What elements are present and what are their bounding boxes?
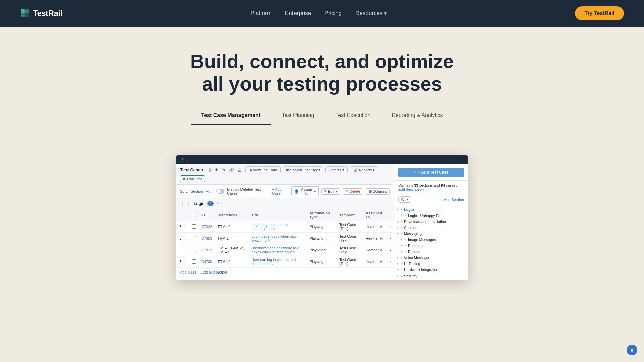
left-panel: Test Cases ⎘ ✚ ↻ 🔗 🖨 ◎ View Test Data ⊞ — [176, 164, 394, 280]
row-arrow[interactable]: › — [387, 233, 394, 244]
tree-item[interactable]: ▸ ▪ Voice Message — [394, 255, 468, 261]
col-automation: Automation Type — [307, 209, 337, 221]
defects-chevron-icon: ▾ — [342, 168, 344, 172]
nav-pricing[interactable]: Pricing — [324, 10, 342, 17]
tab-test-execution[interactable]: Test Execution — [325, 108, 381, 125]
screen-body: Test Cases ⎘ ✚ ↻ 🔗 🖨 ◎ View Test Data ⊞ — [176, 164, 468, 280]
defects-btn[interactable]: Defects ▾ — [325, 166, 347, 173]
edit-icon: ✎ — [324, 189, 327, 194]
edit-description-link[interactable]: Edit description — [398, 187, 424, 191]
sort-label: Sort: — [180, 189, 188, 193]
tree-item[interactable]: ▸ ▪ Reactions — [394, 243, 468, 249]
col-assigned: Assigned To — [363, 209, 387, 221]
tree-item-label: Security — [404, 274, 417, 278]
tab-test-case-management[interactable]: Test Case Management — [191, 108, 271, 125]
tree-item[interactable]: ▸ ▪ Image Messages — [394, 237, 468, 243]
row-refs: GMS-1, GMS-2, GMS-3 — [215, 244, 249, 256]
folder-icon: ▪ — [401, 232, 402, 236]
sort-section-link[interactable]: Section — [191, 189, 203, 193]
tree-arrow-icon: ▾ — [397, 208, 400, 211]
svg-rect-1 — [25, 9, 29, 13]
link-icon-btn[interactable]: 🔗 — [228, 167, 235, 173]
row-arrow[interactable]: › — [387, 256, 394, 268]
tree-item[interactable]: ▸ ▪ UI Testing — [394, 261, 468, 267]
panel-title: Test Cases — [180, 167, 203, 172]
logo[interactable]: TestRail — [20, 9, 62, 18]
tree-item[interactable]: ▸ ▪ Contacts — [394, 225, 468, 231]
tree-item-label: Messaging — [404, 232, 422, 236]
edit-chevron-icon: ▾ — [335, 189, 337, 194]
toolbar-icons: ⎘ ✚ ↻ 🔗 🖨 — [208, 167, 243, 173]
filter-bar: Sort: Section Filt... Display Deleted Te… — [176, 185, 394, 198]
try-testrail-button[interactable]: Try TestRail — [575, 6, 624, 20]
hero-heading: Build, connect, and optimize all your te… — [188, 50, 456, 95]
row-checkbox-0[interactable] — [192, 224, 196, 229]
run-test-btn[interactable]: ▶ Run Test — [180, 175, 205, 182]
row-checkbox-cell — [189, 221, 199, 233]
row-checkbox-cell — [189, 256, 199, 268]
tab-reporting-analytics[interactable]: Reporting & Analytics — [381, 108, 453, 125]
tree-item-label: Download and Installation — [404, 220, 446, 224]
copy-icon-btn[interactable]: ⎘ — [208, 167, 213, 173]
add-section-button[interactable]: + Add Section — [441, 198, 464, 202]
row-automation: Playwright — [307, 256, 337, 268]
table-row: ⋮⋮ C7322 TRM-42 Login page loads from ho… — [176, 221, 394, 233]
row-checkbox-1[interactable] — [192, 236, 196, 240]
tree-arrow-icon: ▸ — [397, 256, 400, 259]
section-edit-icon[interactable]: ✎ — [216, 201, 219, 206]
assign-to-btn[interactable]: 👤 Assign To ▾ — [291, 186, 318, 196]
filter-label[interactable]: Filt... — [206, 189, 214, 193]
reports-btn[interactable]: 📊 Reports ▾ — [350, 166, 378, 173]
folder-icon: ▪ — [401, 262, 402, 266]
navbar: TestRail Platform Enterprise Pricing Res… — [0, 0, 644, 27]
tree-item[interactable]: ▸ ▪ Download and Installation — [394, 219, 468, 225]
tree-item-label: Hardware Integration — [404, 268, 438, 272]
tree-item[interactable]: ▸ ▪ Login - Unhappy Path — [394, 213, 468, 219]
shared-test-steps-btn[interactable]: ⊞ Shared Test Steps — [283, 166, 324, 173]
nav-enterprise[interactable]: Enterprise — [285, 10, 311, 17]
refresh-icon-btn[interactable]: ↻ — [221, 167, 227, 173]
tab-test-planning[interactable]: Test Planning — [271, 108, 325, 125]
tree-item[interactable]: ▸ ▪ Hardware Integration — [394, 267, 468, 273]
add-subsection-link[interactable]: Add Subsection — [201, 270, 227, 274]
delete-btn[interactable]: ✕ Delete — [343, 188, 363, 195]
row-arrow[interactable]: › — [387, 244, 394, 256]
right-panel: + + Add Test Case Contains 33 sections a… — [394, 164, 468, 280]
row-title: Username and password text boxes allow f… — [249, 244, 307, 256]
add-case-inline-btn[interactable]: + Add Case — [272, 187, 289, 195]
tree-arrow-icon: ▸ — [401, 214, 404, 217]
folder-icon: ▪ — [405, 238, 407, 242]
columns-btn[interactable]: ▦ Columns — [366, 188, 390, 195]
row-id: C7322 — [199, 221, 215, 233]
view-test-data-btn[interactable]: ◎ View Test Data — [245, 166, 281, 173]
section-drag-handle: ⋮⋮ — [180, 200, 191, 207]
tree-item[interactable]: ▸ ▪ Replies — [394, 249, 468, 255]
delete-x-icon: ✕ — [345, 189, 348, 194]
add-test-case-button[interactable]: + + Add Test Case — [398, 168, 464, 177]
drag-icon: ⋮⋮ — [180, 157, 190, 162]
add-case-bottom-link[interactable]: Add Case — [180, 270, 196, 274]
row-checkbox-2[interactable] — [192, 248, 196, 252]
tree-item[interactable]: ▾ ▪ Login — [394, 206, 468, 213]
tree-item[interactable]: ▸ ▪ Security — [394, 273, 468, 279]
deleted-toggle[interactable] — [216, 189, 225, 194]
print-icon-btn[interactable]: 🖨 — [236, 167, 243, 173]
chart-icon: 📊 — [353, 168, 358, 172]
folder-icon: ▪ — [401, 220, 402, 224]
tree-all-button[interactable]: All ▾ — [398, 196, 411, 203]
row-refs: TRM-42 — [215, 256, 249, 268]
add-icon-btn[interactable]: ✚ — [214, 167, 220, 173]
nav-platform[interactable]: Platform — [251, 10, 272, 17]
edit-btn[interactable]: ✎ Edit ▾ — [321, 188, 340, 195]
select-all-checkbox[interactable] — [192, 213, 196, 217]
chevron-down-icon: ▾ — [384, 10, 387, 17]
row-drag-handle: ⋮⋮ — [176, 256, 189, 268]
svg-rect-3 — [25, 13, 29, 17]
nav-resources[interactable]: Resources ▾ — [355, 10, 387, 17]
row-assigned: Heather V. — [363, 244, 387, 256]
row-checkbox-3[interactable] — [192, 259, 196, 264]
row-arrow[interactable]: › — [387, 221, 394, 233]
tree-item[interactable]: ▾ ▪ Messaging — [394, 231, 468, 237]
tree-header: All ▾ + Add Section — [394, 194, 468, 205]
row-automation: Playwright — [307, 233, 337, 244]
